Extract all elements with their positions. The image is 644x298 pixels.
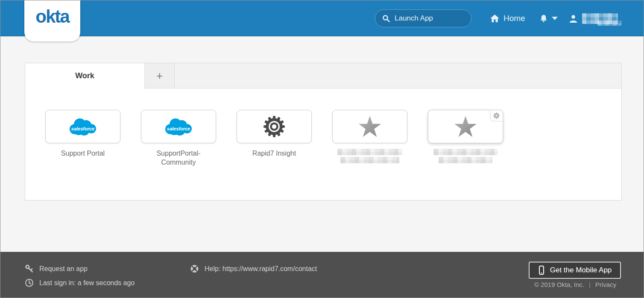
copyright-row: © 2019 Okta, Inc. | Privacy — [534, 281, 616, 288]
app-label-redacted — [337, 149, 402, 155]
copyright-text: © 2019 Okta, Inc. — [534, 281, 584, 288]
app-label-redacted — [439, 157, 492, 163]
request-app-link[interactable]: Request an app — [25, 264, 88, 273]
app-tile-supportportal-community: salesforce SupportPortal-Community — [141, 110, 216, 167]
okta-logo-tab[interactable]: okta — [24, 0, 80, 41]
app-button-rapid7-insight[interactable] — [237, 110, 312, 143]
app-label-redacted — [433, 149, 498, 155]
notifications-menu[interactable] — [539, 0, 558, 36]
tab-bar-filler — [175, 63, 621, 89]
help-link[interactable]: Help: https://www.rapid7.com/contact — [190, 264, 317, 273]
last-sign-in: Last sign in: a few seconds ago — [25, 278, 135, 287]
username-redacted-2 — [597, 21, 621, 26]
star-icon — [357, 115, 382, 139]
home-icon — [490, 14, 500, 23]
top-header: Home — [0, 0, 644, 36]
svg-text:salesforce: salesforce — [167, 126, 190, 131]
launch-app-search[interactable] — [375, 9, 471, 27]
home-label: Home — [503, 14, 525, 23]
person-icon — [569, 14, 578, 23]
settings-gear-icon — [493, 112, 500, 119]
copyright-divider: | — [589, 281, 591, 288]
okta-dashboard: Home okta — [0, 0, 644, 298]
get-mobile-app-button[interactable]: Get the Mobile App — [529, 262, 621, 279]
clock-icon — [25, 278, 34, 287]
tab-bar: Work + — [25, 63, 621, 89]
help-label: Help: https://www.rapid7.com/contact — [205, 265, 317, 273]
app-tile-rapid7-insight: Rapid7 Insight — [237, 110, 312, 167]
key-icon — [25, 264, 34, 273]
nav-home[interactable]: Home — [490, 0, 525, 36]
last-sign-in-label: Last sign in: a few seconds ago — [39, 279, 135, 287]
user-menu[interactable] — [569, 0, 618, 36]
app-tile-redacted-1 — [332, 110, 407, 167]
app-button-redacted-2[interactable] — [428, 110, 503, 143]
app-tiles: salesforce Support Portal — [25, 89, 621, 167]
svg-text:salesforce: salesforce — [71, 126, 94, 131]
app-label: Support Portal — [45, 149, 120, 158]
apps-card: Work + sal — [25, 63, 622, 201]
request-app-label: Request an app — [39, 265, 88, 273]
gear-icon — [263, 115, 286, 138]
bell-icon — [539, 14, 548, 23]
chevron-down-icon — [552, 17, 558, 20]
privacy-link[interactable]: Privacy — [595, 281, 616, 288]
add-tab-button[interactable]: + — [145, 63, 175, 89]
app-tile-support-portal: salesforce Support Portal — [45, 110, 120, 167]
app-tile-redacted-2 — [428, 110, 503, 167]
search-input[interactable] — [395, 14, 463, 23]
page-footer: Request an app Last sign in: a few secon… — [0, 252, 644, 298]
mobile-phone-icon — [538, 265, 545, 275]
app-settings-button[interactable] — [490, 110, 503, 121]
app-label: Rapid7 Insight — [237, 149, 312, 158]
lifebuoy-icon — [190, 264, 199, 273]
tab-work-label: Work — [75, 71, 94, 80]
salesforce-logo: salesforce — [67, 116, 99, 137]
okta-logo: okta — [35, 6, 69, 41]
app-button-supportportal-community[interactable]: salesforce — [141, 110, 216, 143]
salesforce-logo: salesforce — [162, 116, 195, 137]
get-mobile-app-label: Get the Mobile App — [550, 266, 612, 274]
tab-work[interactable]: Work — [25, 63, 145, 89]
plus-icon: + — [156, 69, 163, 83]
app-button-redacted-1[interactable] — [332, 110, 407, 143]
app-button-support-portal[interactable]: salesforce — [45, 110, 120, 143]
star-icon — [453, 115, 478, 139]
app-label: SupportPortal-Community — [141, 149, 216, 167]
magnifier-icon — [382, 15, 390, 23]
app-label-redacted — [340, 157, 399, 163]
